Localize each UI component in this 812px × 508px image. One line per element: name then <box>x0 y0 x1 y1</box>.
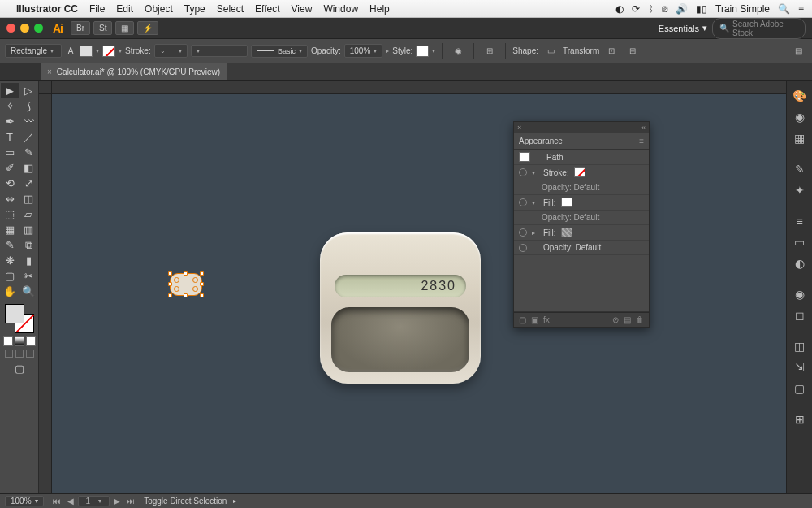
menu-help[interactable]: Help <box>369 3 390 15</box>
stroke-swatch[interactable] <box>102 46 115 57</box>
duplicate-button[interactable]: ▤ <box>624 315 631 324</box>
gpu-button[interactable]: ⚡ <box>137 21 158 35</box>
color-guide-panel-button[interactable]: ◉ <box>789 107 810 127</box>
resize-handle[interactable] <box>200 293 204 297</box>
menu-object[interactable]: Object <box>145 3 173 15</box>
color-panel-button[interactable]: 🎨 <box>789 86 810 106</box>
menu-edit[interactable]: Edit <box>116 3 133 15</box>
pen-tool[interactable]: ✒ <box>1 114 19 129</box>
appearance-panel-button[interactable]: ◉ <box>789 284 810 304</box>
resize-handle[interactable] <box>200 282 204 286</box>
fill-stroke-indicator[interactable] <box>5 304 34 333</box>
color-mode-button[interactable] <box>3 336 13 346</box>
curvature-tool[interactable]: 〰 <box>19 114 38 129</box>
corner-widget[interactable] <box>192 277 198 283</box>
draw-normal-button[interactable] <box>5 350 13 358</box>
chevron-right-icon[interactable]: ▸ <box>532 229 538 237</box>
spotlight-icon[interactable]: 🔍 <box>778 3 790 15</box>
chevron-right-icon[interactable]: ▸ <box>386 47 389 54</box>
artboard-tool[interactable]: ▢ <box>1 268 19 284</box>
fill-row-label[interactable]: Fill: <box>543 198 556 207</box>
hand-tool[interactable]: ✋ <box>1 284 19 299</box>
recolor-button[interactable]: ◉ <box>449 43 467 59</box>
delete-button[interactable]: 🗑 <box>636 315 644 324</box>
visibility-toggle[interactable] <box>519 198 527 206</box>
menu-view[interactable]: View <box>292 3 313 15</box>
graphic-styles-panel-button[interactable]: ◻ <box>789 306 810 325</box>
fill-color-icon[interactable] <box>5 304 24 323</box>
opacity-row-label[interactable]: Opacity: Default <box>543 243 601 252</box>
align-button[interactable]: ⊞ <box>481 43 499 59</box>
layers-panel-button[interactable]: ◫ <box>789 336 810 356</box>
ruler-left[interactable] <box>39 94 52 493</box>
panel-menu-icon[interactable]: ≡ <box>639 137 644 145</box>
resize-handle[interactable] <box>168 282 172 286</box>
menu-select[interactable]: Select <box>217 3 244 15</box>
add-fill-button[interactable]: ▣ <box>531 315 538 324</box>
status-chevron-icon[interactable]: ▸ <box>233 497 236 505</box>
window-minimize-button[interactable] <box>20 24 29 33</box>
window-close-button[interactable] <box>6 24 15 33</box>
corner-widget[interactable] <box>192 286 198 292</box>
panel-menu-button[interactable]: ▤ <box>789 43 807 59</box>
scale-tool[interactable]: ⤢ <box>19 176 38 191</box>
gradient-tool[interactable]: ▥ <box>19 222 38 237</box>
graph-tool[interactable]: ▮ <box>19 253 38 268</box>
magic-wand-tool[interactable]: ✧ <box>1 98 19 114</box>
status-volume-icon[interactable]: 🔊 <box>676 3 688 15</box>
blend-tool[interactable]: ⧉ <box>19 237 38 253</box>
symbol-sprayer-tool[interactable]: ❋ <box>1 253 19 268</box>
fill-swatch[interactable] <box>561 228 572 237</box>
eraser-tool[interactable]: ◧ <box>19 160 38 176</box>
tab-close-icon[interactable]: × <box>47 67 52 76</box>
width-tool[interactable]: ⇔ <box>1 191 19 206</box>
chevron-down-icon[interactable]: ▾ <box>532 169 538 176</box>
workspace-switcher[interactable]: Essentials ▾ <box>659 23 707 33</box>
opacity-row-label[interactable]: Opacity: Default <box>542 183 599 192</box>
text-anchor-icon[interactable]: A <box>65 46 76 55</box>
transparency-panel-button[interactable]: ◐ <box>789 254 810 273</box>
visibility-toggle[interactable] <box>519 168 527 176</box>
visibility-toggle[interactable] <box>519 244 527 252</box>
fill-swatch[interactable] <box>561 198 572 207</box>
rectangle-tool[interactable]: ▭ <box>1 145 19 160</box>
document-tab[interactable]: × Calculator.ai* @ 100% (CMYK/GPU Previe… <box>41 63 227 80</box>
first-artboard-button[interactable]: ⏮ <box>50 497 63 506</box>
window-zoom-button[interactable] <box>34 24 43 33</box>
ruler-top[interactable] <box>39 81 786 94</box>
menu-type[interactable]: Type <box>184 3 205 15</box>
fill-swatch[interactable] <box>80 46 93 57</box>
graphic-style-swatch[interactable] <box>416 46 429 57</box>
resize-handle[interactable] <box>168 271 172 276</box>
slice-tool[interactable]: ✂ <box>19 268 38 284</box>
selection-tool[interactable]: ▶ <box>1 83 19 98</box>
arrange-button[interactable]: ▦ <box>115 21 134 35</box>
status-sync-icon[interactable]: ⟳ <box>632 3 640 15</box>
free-transform-tool[interactable]: ◫ <box>19 191 38 206</box>
mesh-tool[interactable]: ▦ <box>1 222 19 237</box>
menu-window[interactable]: Window <box>323 3 358 15</box>
add-effect-button[interactable]: fx <box>543 315 550 324</box>
close-icon[interactable]: × <box>517 124 521 132</box>
menu-app[interactable]: Illustrator CC <box>16 3 78 15</box>
transform-label[interactable]: Transform <box>563 46 599 55</box>
resize-handle[interactable] <box>200 271 204 276</box>
artboards-panel-button[interactable]: ▢ <box>789 379 810 398</box>
stroke-panel-button[interactable]: ≡ <box>789 211 810 231</box>
corner-widget[interactable] <box>174 286 179 292</box>
stock-search-input[interactable]: 🔍 Search Adobe Stock <box>712 18 806 39</box>
stroke-weight-input[interactable]: ⌄ ▾ <box>154 44 188 58</box>
opacity-row-label[interactable]: Opacity: Default <box>542 213 599 222</box>
resize-handle[interactable] <box>184 293 188 297</box>
artboard-input[interactable]: 1▾ <box>78 496 110 506</box>
type-tool[interactable]: T <box>1 129 19 145</box>
last-artboard-button[interactable]: ⏭ <box>124 497 137 506</box>
gradient-panel-button[interactable]: ▭ <box>789 232 810 252</box>
status-dnd-icon[interactable]: ◐ <box>615 3 624 15</box>
brush-dropdown[interactable]: Basic ▾ <box>251 45 308 58</box>
collapse-icon[interactable]: « <box>641 124 646 132</box>
zoom-dropdown[interactable]: 100%▾ <box>5 496 44 506</box>
shape-type-dropdown[interactable]: Rectangle ▾ <box>5 44 62 58</box>
symbols-panel-button[interactable]: ✦ <box>789 180 810 200</box>
shape-builder-tool[interactable]: ⬚ <box>1 206 19 222</box>
